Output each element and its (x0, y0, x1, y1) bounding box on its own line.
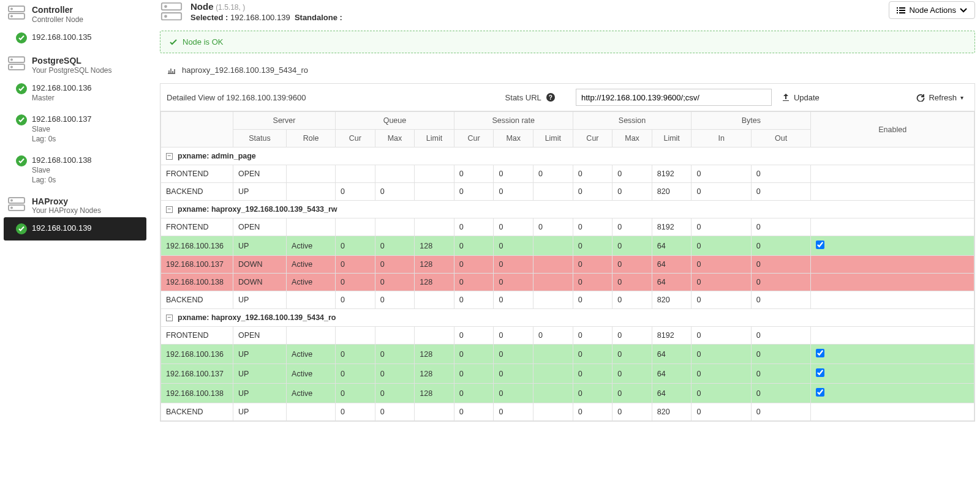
collapse-icon[interactable]: − (166, 153, 173, 160)
collapse-icon[interactable]: − (166, 315, 173, 321)
cell-qlim (415, 291, 454, 309)
sidebar-item-label: 192.168.100.138 (32, 155, 92, 165)
cell-smax: 0 (612, 364, 652, 384)
cell-slim: 64 (652, 364, 692, 384)
cell-qcur: 0 (336, 274, 375, 291)
cell-srmax: 0 (494, 384, 533, 403)
cell-role: Active (287, 274, 336, 291)
status-ok-icon (16, 223, 27, 234)
cell-enabled (811, 183, 974, 201)
cell-slim: 64 (652, 236, 692, 256)
cell-enabled (811, 236, 974, 256)
enabled-checkbox[interactable] (816, 368, 824, 377)
col-bin: In (692, 130, 751, 147)
enabled-checkbox[interactable] (816, 388, 824, 397)
sidebar-item[interactable]: 192.168.100.139 (4, 217, 146, 240)
table-row: BACKEND UP 0 0 0 0 0 0 820 0 0 (161, 403, 974, 421)
cell-smax: 0 (612, 165, 652, 183)
cell-smax: 0 (612, 236, 652, 256)
cell-status: DOWN (233, 274, 286, 291)
cell-name: FRONTEND (161, 218, 233, 236)
sidebar-item[interactable]: 192.168.100.135 (4, 26, 146, 50)
cell-srlim (533, 291, 573, 309)
stats-url-input[interactable] (576, 89, 772, 106)
col-status: Status (233, 130, 286, 147)
cell-srmax: 0 (494, 218, 533, 236)
main-content: Node (1.5.18, ) Selected : 192.168.100.1… (150, 0, 980, 434)
help-icon[interactable]: ? (546, 93, 555, 102)
cell-qcur: 0 (336, 403, 375, 421)
cell-status: UP (233, 384, 286, 403)
table-group-row[interactable]: −pxname: haproxy_192.168.100.139_5434_ro (161, 309, 974, 327)
cell-enabled (811, 165, 974, 183)
cell-scur: 0 (573, 345, 612, 364)
col-session: Session (573, 112, 692, 130)
cell-enabled (811, 364, 974, 384)
sidebar-item[interactable]: 192.168.100.137SlaveLag: 0s (4, 108, 146, 149)
cell-smax: 0 (612, 256, 652, 274)
cell-smax: 0 (612, 291, 652, 309)
cell-slim: 64 (652, 274, 692, 291)
enabled-checkbox[interactable] (816, 349, 824, 357)
table-row: 192.168.100.137 UP Active 0 0 128 0 0 0 … (161, 364, 974, 384)
table-row: 192.168.100.136 UP Active 0 0 128 0 0 0 … (161, 345, 974, 364)
update-button[interactable]: Update (777, 91, 824, 105)
status-alert: Node is OK (160, 31, 975, 53)
cell-bin: 0 (692, 403, 751, 421)
cell-role: Active (287, 256, 336, 274)
sidebar-item-role: Master (32, 94, 92, 102)
cell-srmax: 0 (494, 256, 533, 274)
svg-rect-20 (897, 12, 898, 13)
table-group-row[interactable]: −pxname: admin_page (161, 147, 974, 165)
cell-enabled (811, 345, 974, 364)
status-ok-icon (16, 83, 27, 94)
cell-slim: 64 (652, 345, 692, 364)
col-bout: Out (751, 130, 810, 147)
cell-qlim (415, 403, 454, 421)
cell-srlim (533, 403, 573, 421)
cell-srmax: 0 (494, 403, 533, 421)
sidebar-group-title: HAProxy (32, 196, 101, 207)
cell-smax: 0 (612, 345, 652, 364)
table-row: BACKEND UP 0 0 0 0 0 0 820 0 0 (161, 183, 974, 201)
chevron-down-icon (960, 8, 967, 13)
col-qlim: Limit (415, 130, 454, 147)
sidebar-item[interactable]: 192.168.100.136Master (4, 77, 146, 108)
enabled-checkbox[interactable] (816, 240, 824, 249)
cell-bin: 0 (692, 236, 751, 256)
cell-bout: 0 (751, 256, 810, 274)
collapse-icon[interactable]: − (166, 206, 173, 213)
cell-slim: 8192 (652, 165, 692, 183)
sidebar-item[interactable]: 192.168.100.138SlaveLag: 0s (4, 149, 146, 190)
sidebar-group-header: HAProxy Your HAProxy Nodes (4, 194, 146, 218)
col-scur: Cur (573, 130, 612, 147)
cell-qcur: 0 (336, 384, 375, 403)
table-group-row[interactable]: −pxname: haproxy_192.168.100.139_5433_rw (161, 201, 974, 218)
cell-srcur: 0 (454, 327, 494, 345)
cell-scur: 0 (573, 291, 612, 309)
cell-qmax (375, 218, 415, 236)
list-icon (897, 7, 905, 14)
table-row: 192.168.100.137 DOWN Active 0 0 128 0 0 … (161, 256, 974, 274)
cell-role (287, 403, 336, 421)
node-actions-button[interactable]: Node Actions (889, 1, 975, 19)
cell-name: 192.168.100.137 (161, 364, 233, 384)
svg-rect-18 (897, 10, 898, 11)
cell-srmax: 0 (494, 165, 533, 183)
cell-qmax: 0 (375, 291, 415, 309)
cell-qlim (415, 218, 454, 236)
cell-qlim: 128 (415, 364, 454, 384)
node-version: (1.5.18, ) (216, 3, 245, 12)
status-ok-icon (16, 155, 27, 166)
cell-smax: 0 (612, 327, 652, 345)
refresh-button[interactable]: Refresh ▾ (911, 91, 968, 105)
server-icon (7, 56, 26, 72)
cell-role: Active (287, 236, 336, 256)
sidebar-item-label: 192.168.100.136 (32, 83, 92, 92)
sidebar-item-label: 192.168.100.135 (32, 32, 92, 42)
cell-qlim: 128 (415, 256, 454, 274)
col-session-rate: Session rate (454, 112, 573, 130)
cell-role (287, 165, 336, 183)
sidebar-group-subtitle: Your PostgreSQL Nodes (32, 66, 112, 75)
cell-qlim (415, 165, 454, 183)
